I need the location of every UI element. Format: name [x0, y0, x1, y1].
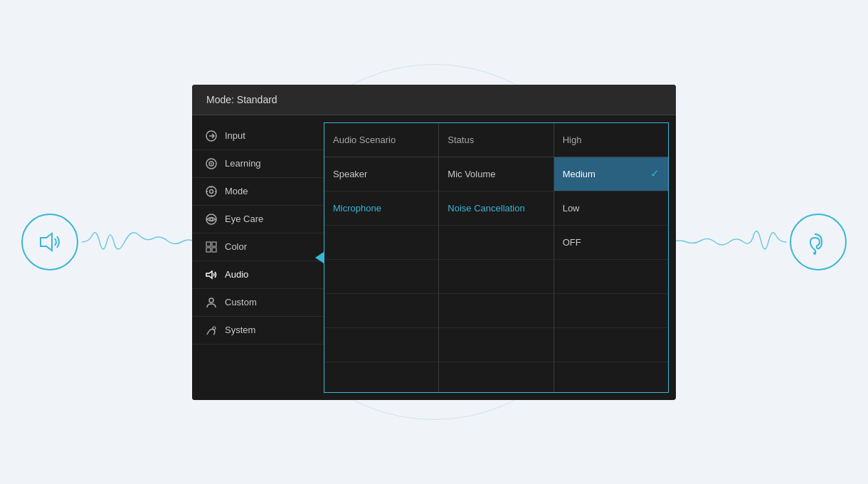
sidebar-item-input-label: Input	[225, 130, 245, 141]
col1-header-text: Audio Scenario	[333, 135, 396, 145]
sidebar-item-mode[interactable]: Mode	[192, 178, 324, 206]
col2-item-6	[439, 328, 553, 362]
col1-item-6	[324, 328, 438, 362]
system-icon	[205, 324, 218, 337]
col2-header: Status	[439, 123, 553, 157]
svg-point-7	[210, 189, 213, 193]
mode-icon	[205, 185, 218, 198]
sidebar-item-color-label: Color	[225, 241, 247, 252]
svg-point-1	[813, 252, 816, 255]
svg-rect-14	[206, 242, 211, 246]
audio-icon	[205, 268, 218, 281]
eye-care-icon	[205, 213, 218, 226]
panel-header: Mode: Standard	[192, 85, 676, 115]
col3-item-low[interactable]: Low	[554, 191, 668, 226]
svg-marker-18	[206, 271, 212, 278]
sidebar: Input Learning Mode	[192, 115, 324, 400]
col3-item-4	[554, 260, 668, 294]
col-options: High Medium ✓ Low OFF	[554, 123, 668, 392]
sidebar-item-system-label: System	[225, 325, 255, 335]
arrow-left-indicator	[315, 252, 324, 263]
col1-item-microphone[interactable]: Microphone	[324, 191, 438, 226]
col-audio-scenario: Audio Scenario Speaker Microphone	[324, 123, 439, 392]
content-area: Audio Scenario Speaker Microphone Status	[324, 122, 669, 393]
sidebar-item-input[interactable]: Input	[192, 122, 324, 150]
wave-left	[82, 221, 196, 263]
speaker-circle	[21, 214, 78, 270]
col1-header: Audio Scenario	[324, 123, 438, 157]
sidebar-item-learning-label: Learning	[225, 158, 261, 169]
col2-item-noise-cancellation[interactable]: Noise Cancellation	[439, 191, 553, 226]
checkmark-icon: ✓	[650, 167, 660, 180]
col2-item-5	[439, 294, 553, 328]
speaker-icon	[36, 228, 63, 256]
svg-point-5	[211, 163, 212, 164]
wave-right	[672, 221, 786, 263]
main-panel: Mode: Standard Input Learning	[192, 85, 676, 400]
sidebar-item-audio[interactable]: Audio	[192, 261, 324, 289]
col3-item-off[interactable]: OFF	[554, 226, 668, 260]
svg-rect-16	[206, 248, 211, 252]
svg-point-20	[213, 327, 216, 330]
input-icon	[205, 130, 218, 142]
color-icon	[205, 241, 218, 253]
col1-item-4	[324, 260, 438, 294]
custom-icon	[205, 296, 218, 309]
sidebar-item-system[interactable]: System	[192, 317, 324, 344]
col3-header: High	[554, 123, 668, 157]
col1-item-speaker[interactable]: Speaker	[324, 157, 438, 191]
col2-item-3	[439, 226, 553, 260]
speaker-icon-wrap	[21, 214, 78, 270]
sidebar-item-audio-label: Audio	[225, 269, 248, 280]
col-status: Status Mic Volume Noise Cancellation	[439, 123, 554, 392]
svg-point-13	[210, 218, 213, 221]
ear-circle	[790, 214, 847, 270]
mode-label: Mode: Standard	[206, 94, 277, 105]
panel-body: Input Learning Mode	[192, 115, 676, 400]
col3-item-low-label: Low	[563, 203, 580, 214]
sidebar-item-eye-care-label: Eye Care	[225, 214, 263, 224]
col2-item-mic-volume-label: Mic Volume	[448, 169, 495, 179]
col2-header-text: Status	[448, 135, 474, 145]
col3-item-6	[554, 328, 668, 362]
sidebar-item-color[interactable]: Color	[192, 233, 324, 261]
col1-item-3	[324, 226, 438, 260]
col1-item-microphone-label: Microphone	[333, 203, 381, 214]
learning-icon	[205, 157, 218, 170]
col1-item-5	[324, 294, 438, 328]
col3-item-medium-label: Medium	[563, 169, 596, 179]
svg-rect-17	[212, 248, 216, 252]
svg-rect-15	[212, 242, 216, 246]
col2-item-mic-volume[interactable]: Mic Volume	[439, 157, 553, 191]
svg-point-6	[206, 186, 216, 196]
svg-marker-0	[41, 233, 52, 251]
ear-icon-wrap	[790, 214, 847, 270]
col3-header-text: High	[563, 135, 582, 145]
svg-point-19	[209, 298, 213, 302]
ear-icon	[805, 228, 832, 256]
sidebar-item-custom[interactable]: Custom	[192, 289, 324, 317]
col2-item-noise-cancellation-label: Noise Cancellation	[448, 203, 524, 214]
col3-item-off-label: OFF	[563, 237, 581, 248]
sidebar-item-mode-label: Mode	[225, 186, 248, 196]
col1-item-speaker-label: Speaker	[333, 169, 367, 179]
sidebar-item-learning[interactable]: Learning	[192, 150, 324, 178]
col3-item-5	[554, 294, 668, 328]
col2-item-4	[439, 260, 553, 294]
sidebar-item-eye-care[interactable]: Eye Care	[192, 206, 324, 233]
col3-item-medium[interactable]: Medium ✓	[554, 157, 668, 191]
sidebar-item-custom-label: Custom	[225, 297, 257, 307]
